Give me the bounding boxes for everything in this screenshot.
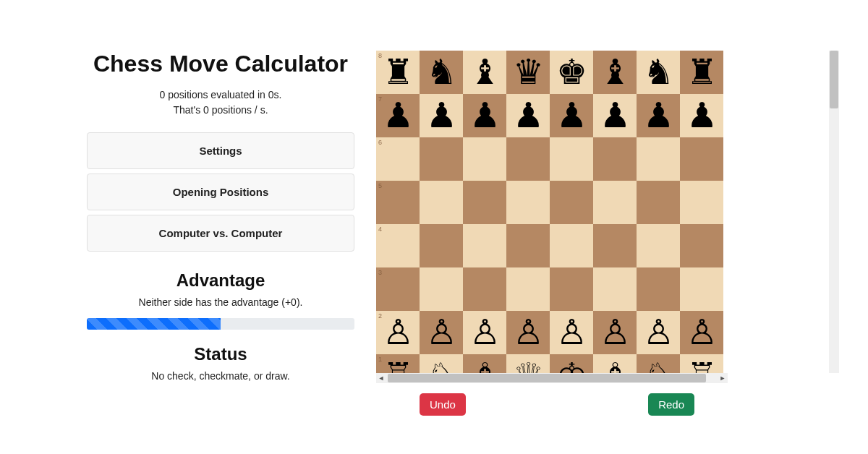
black-pawn-icon[interactable]: ♟ [469, 98, 501, 133]
rank-label: 5 [378, 182, 382, 189]
square-c4[interactable] [463, 224, 506, 267]
square-b5[interactable] [420, 181, 463, 224]
square-a2[interactable]: 2♙ [376, 311, 420, 354]
square-h7[interactable]: ♟ [680, 94, 723, 137]
rank-label: 4 [378, 226, 382, 233]
scroll-left-icon[interactable]: ◄ [376, 373, 386, 383]
square-b8[interactable]: ♞ [420, 51, 463, 94]
square-e2[interactable]: ♙ [550, 311, 593, 354]
square-c6[interactable] [463, 137, 506, 181]
square-e7[interactable]: ♟ [550, 94, 593, 137]
square-d6[interactable] [506, 137, 550, 181]
advantage-heading: Advantage [87, 270, 354, 291]
square-b7[interactable]: ♟ [420, 94, 463, 137]
white-pawn-icon[interactable]: ♙ [686, 315, 718, 350]
rank-label: 7 [378, 95, 382, 103]
scrollbar-vertical[interactable] [829, 51, 839, 373]
square-e4[interactable] [550, 224, 593, 267]
advantage-text: Neither side has the advantage (+0). [87, 296, 354, 308]
square-c2[interactable]: ♙ [463, 311, 506, 354]
square-f4[interactable] [593, 224, 637, 267]
black-pawn-icon[interactable]: ♟ [643, 98, 674, 133]
square-a3[interactable]: 3 [376, 267, 420, 311]
undo-button[interactable]: Undo [420, 393, 466, 416]
black-pawn-icon[interactable]: ♟ [513, 98, 544, 133]
white-pawn-icon[interactable]: ♙ [513, 315, 544, 350]
square-h2[interactable]: ♙ [680, 311, 723, 354]
black-rook-icon[interactable]: ♜ [383, 55, 414, 90]
square-e3[interactable] [550, 267, 593, 311]
black-bishop-icon[interactable]: ♝ [600, 55, 631, 90]
scrollbar-horizontal[interactable]: ◄ ► [376, 373, 728, 383]
square-b6[interactable] [420, 137, 463, 181]
settings-button[interactable]: Settings [87, 132, 354, 169]
black-rook-icon[interactable]: ♜ [686, 55, 718, 90]
square-h8[interactable]: ♜ [680, 51, 723, 94]
square-a5[interactable]: 5 [376, 181, 420, 224]
rank-label: 1 [378, 356, 382, 363]
square-c5[interactable] [463, 181, 506, 224]
square-g2[interactable]: ♙ [637, 311, 680, 354]
scrollbar-thumb-horizontal[interactable] [388, 374, 706, 382]
square-g3[interactable] [637, 267, 680, 311]
chessboard[interactable]: 8♜♞♝♛♚♝♞♜7♟♟♟♟♟♟♟♟65432♙♙♙♙♙♙♙♙1a♖b♘c♗d♕… [376, 51, 723, 383]
black-pawn-icon[interactable]: ♟ [383, 98, 414, 133]
chessboard-viewport[interactable]: 8♜♞♝♛♚♝♞♜7♟♟♟♟♟♟♟♟65432♙♙♙♙♙♙♙♙1a♖b♘c♗d♕… [376, 51, 738, 383]
square-d4[interactable] [506, 224, 550, 267]
square-a4[interactable]: 4 [376, 224, 420, 267]
advantage-bar [87, 318, 354, 330]
white-pawn-icon[interactable]: ♙ [383, 315, 414, 350]
square-a6[interactable]: 6 [376, 137, 420, 181]
square-g6[interactable] [637, 137, 680, 181]
square-f6[interactable] [593, 137, 637, 181]
black-king-icon[interactable]: ♚ [556, 55, 587, 90]
black-knight-icon[interactable]: ♞ [643, 55, 674, 90]
square-e6[interactable] [550, 137, 593, 181]
black-pawn-icon[interactable]: ♟ [556, 98, 587, 133]
square-a7[interactable]: 7♟ [376, 94, 420, 137]
square-g8[interactable]: ♞ [637, 51, 680, 94]
square-f2[interactable]: ♙ [593, 311, 637, 354]
white-pawn-icon[interactable]: ♙ [643, 315, 674, 350]
square-c7[interactable]: ♟ [463, 94, 506, 137]
black-knight-icon[interactable]: ♞ [426, 55, 457, 90]
black-pawn-icon[interactable]: ♟ [600, 98, 631, 133]
white-pawn-icon[interactable]: ♙ [426, 315, 457, 350]
square-a8[interactable]: 8♜ [376, 51, 420, 94]
computer-vs-computer-button[interactable]: Computer vs. Computer [87, 215, 354, 252]
square-g5[interactable] [637, 181, 680, 224]
square-d7[interactable]: ♟ [506, 94, 550, 137]
square-f7[interactable]: ♟ [593, 94, 637, 137]
white-pawn-icon[interactable]: ♙ [469, 315, 501, 350]
white-pawn-icon[interactable]: ♙ [556, 315, 587, 350]
black-queen-icon[interactable]: ♛ [513, 55, 544, 90]
square-g4[interactable] [637, 224, 680, 267]
square-c8[interactable]: ♝ [463, 51, 506, 94]
square-h5[interactable] [680, 181, 723, 224]
square-h3[interactable] [680, 267, 723, 311]
black-pawn-icon[interactable]: ♟ [686, 98, 718, 133]
white-pawn-icon[interactable]: ♙ [600, 315, 631, 350]
redo-button[interactable]: Redo [648, 393, 694, 416]
square-f5[interactable] [593, 181, 637, 224]
square-f3[interactable] [593, 267, 637, 311]
square-c3[interactable] [463, 267, 506, 311]
square-b2[interactable]: ♙ [420, 311, 463, 354]
square-h6[interactable] [680, 137, 723, 181]
square-e5[interactable] [550, 181, 593, 224]
black-bishop-icon[interactable]: ♝ [469, 55, 501, 90]
black-pawn-icon[interactable]: ♟ [426, 98, 457, 133]
square-f8[interactable]: ♝ [593, 51, 637, 94]
square-e8[interactable]: ♚ [550, 51, 593, 94]
square-b4[interactable] [420, 224, 463, 267]
square-d3[interactable] [506, 267, 550, 311]
square-b3[interactable] [420, 267, 463, 311]
scrollbar-thumb-vertical[interactable] [830, 51, 838, 108]
opening-positions-button[interactable]: Opening Positions [87, 174, 354, 210]
square-h4[interactable] [680, 224, 723, 267]
square-d2[interactable]: ♙ [506, 311, 550, 354]
square-d8[interactable]: ♛ [506, 51, 550, 94]
square-g7[interactable]: ♟ [637, 94, 680, 137]
scroll-right-icon[interactable]: ► [718, 373, 728, 383]
square-d5[interactable] [506, 181, 550, 224]
